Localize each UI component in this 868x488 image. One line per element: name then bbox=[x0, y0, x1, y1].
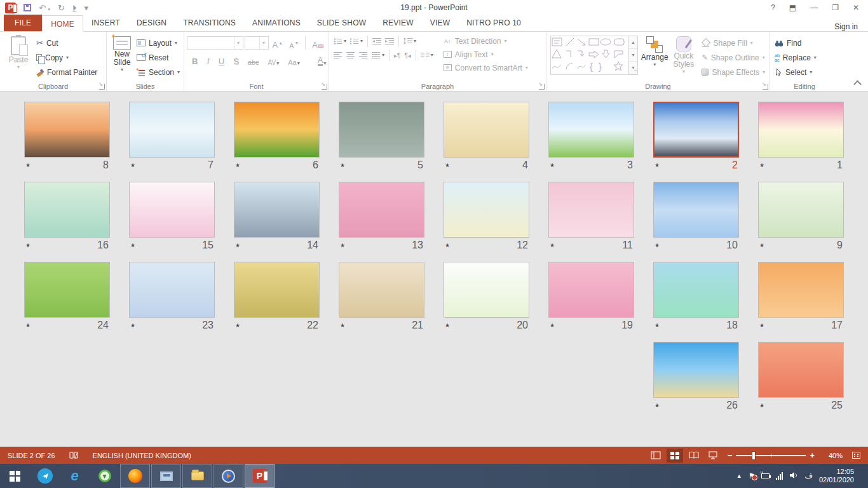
shapes-more-button[interactable]: ▼̲ bbox=[629, 62, 637, 74]
slide-thumbnail-6[interactable] bbox=[234, 102, 320, 158]
slide-thumbnail-8[interactable] bbox=[24, 102, 110, 158]
line-spacing-button[interactable]: ▾ bbox=[402, 34, 418, 48]
redo-button[interactable]: ↻ bbox=[58, 4, 65, 12]
tab-transitions[interactable]: TRANSITIONS bbox=[175, 15, 244, 31]
slide-show-button[interactable] bbox=[705, 449, 721, 463]
clear-formatting-button[interactable]: A bbox=[309, 36, 326, 50]
taskbar-firefox[interactable] bbox=[120, 464, 150, 488]
shape-effects-button[interactable]: Shape Effects▾ bbox=[700, 65, 767, 79]
new-slide-button[interactable]: New Slide▾ bbox=[109, 34, 135, 80]
zoom-slider[interactable]: − + bbox=[728, 451, 815, 460]
slide-thumbnail-22[interactable] bbox=[234, 262, 320, 318]
clipboard-dialog-launcher[interactable] bbox=[99, 84, 105, 90]
font-name-combobox[interactable]: ▾ bbox=[187, 36, 243, 50]
find-button[interactable]: Find bbox=[773, 36, 818, 50]
tab-insert[interactable]: INSERT bbox=[83, 15, 128, 31]
zoom-level[interactable]: 40% bbox=[821, 452, 843, 459]
change-case-button[interactable]: Aa▾ bbox=[285, 52, 302, 66]
network-signal-icon[interactable] bbox=[776, 472, 783, 480]
align-text-button[interactable]: ↕Align Text▾ bbox=[442, 48, 530, 61]
align-right-button[interactable] bbox=[357, 48, 370, 62]
powerpoint-app-icon[interactable]: P bbox=[5, 3, 16, 13]
text-shadow-button[interactable]: S bbox=[231, 52, 241, 66]
slide-thumbnail-25[interactable] bbox=[758, 342, 844, 398]
justify-button[interactable]: ▾ bbox=[370, 48, 386, 62]
italic-button[interactable]: I bbox=[204, 52, 212, 66]
tab-home[interactable]: HOME bbox=[42, 15, 83, 32]
cut-button[interactable]: ✂Cut bbox=[34, 36, 99, 50]
replace-button[interactable]: abac Replace▾ bbox=[773, 50, 818, 65]
start-slideshow-button[interactable]: ⏵̲ bbox=[72, 4, 77, 12]
slide-thumbnail-26[interactable] bbox=[653, 342, 739, 398]
slide-thumbnail-4[interactable] bbox=[444, 102, 529, 158]
slide-thumbnail-18[interactable] bbox=[653, 262, 739, 318]
numbering-button[interactable]: ▾ bbox=[348, 34, 365, 48]
strikethrough-button[interactable]: abc bbox=[245, 52, 262, 66]
character-spacing-button[interactable]: AV▾ bbox=[266, 52, 282, 66]
taskbar-media-player[interactable] bbox=[214, 464, 243, 488]
left-to-right-button[interactable]: ▸¶ bbox=[392, 48, 402, 62]
shape-outline-button[interactable]: ✎Shape Outline▾ bbox=[700, 50, 767, 65]
shapes-scroll-down-button[interactable]: ▼ bbox=[629, 49, 637, 62]
power-icon[interactable] bbox=[761, 473, 770, 478]
bullets-button[interactable]: ▾ bbox=[332, 34, 348, 48]
taskbar-idm[interactable]: ▼ bbox=[90, 464, 119, 488]
slide-thumbnail-13[interactable] bbox=[339, 182, 424, 238]
taskbar-internet-explorer[interactable]: e bbox=[60, 464, 90, 488]
save-button[interactable] bbox=[24, 4, 31, 11]
taskbar-telegram[interactable] bbox=[30, 464, 60, 488]
shapes-gallery[interactable]: { } ▲ ▼ ▼̲ bbox=[550, 36, 638, 75]
align-left-button[interactable] bbox=[332, 48, 344, 62]
taskbar-powerpoint-active[interactable]: P bbox=[245, 464, 275, 488]
action-center-flag-icon[interactable]: ⚑ bbox=[749, 472, 756, 480]
hidden-icons-chevron[interactable]: ▲ bbox=[736, 473, 742, 479]
slide-thumbnail-24[interactable] bbox=[24, 262, 110, 318]
qat-customize-button[interactable]: ▾ bbox=[84, 4, 88, 12]
restore-button[interactable]: ❐ bbox=[832, 4, 839, 11]
slide-thumbnail-11[interactable] bbox=[548, 182, 634, 238]
slide-thumbnail-23[interactable] bbox=[129, 262, 215, 318]
font-color-button[interactable]: A▾ bbox=[315, 52, 329, 66]
tab-review[interactable]: REVIEW bbox=[374, 15, 422, 31]
sign-in-link[interactable]: Sign in bbox=[834, 22, 868, 31]
tab-file[interactable]: FILE bbox=[4, 15, 42, 31]
font-size-combobox[interactable]: ▾ bbox=[245, 36, 269, 50]
spell-check-icon[interactable] bbox=[69, 451, 79, 459]
ribbon-display-options-button[interactable]: ⬒ bbox=[789, 4, 796, 11]
zoom-in-button[interactable]: + bbox=[810, 451, 815, 460]
right-to-left-button[interactable]: ¶◂ bbox=[402, 48, 412, 62]
fit-slide-to-window-button[interactable] bbox=[848, 449, 864, 463]
slide-thumbnail-12[interactable] bbox=[444, 182, 529, 238]
convert-to-smartart-button[interactable]: ≡Convert to SmartArt▾ bbox=[442, 61, 530, 74]
slide-thumbnail-1[interactable] bbox=[758, 102, 844, 158]
slide-thumbnail-10[interactable] bbox=[653, 182, 739, 238]
underline-button[interactable]: U bbox=[216, 52, 227, 66]
drawing-dialog-launcher[interactable] bbox=[763, 84, 768, 90]
slide-sorter-view-button[interactable] bbox=[667, 449, 683, 463]
paste-button[interactable]: Paste▾ bbox=[3, 34, 34, 80]
taskbar-clock[interactable]: 12:05 02/01/2020 bbox=[819, 468, 854, 484]
slide-thumbnail-9[interactable] bbox=[758, 182, 844, 238]
increase-indent-button[interactable] bbox=[383, 34, 396, 48]
input-language-indicator[interactable]: ف bbox=[804, 472, 812, 480]
slide-thumbnail-16[interactable] bbox=[24, 182, 110, 238]
reset-button[interactable]: Reset bbox=[135, 50, 182, 65]
taskbar-remote-desktop[interactable] bbox=[151, 464, 181, 488]
select-button[interactable]: Select▾ bbox=[773, 65, 818, 79]
volume-icon[interactable] bbox=[789, 471, 798, 480]
language-indicator[interactable]: ENGLISH (UNITED KINGDOM) bbox=[93, 452, 191, 459]
tab-nitro-pro[interactable]: NITRO PRO 10 bbox=[458, 15, 529, 31]
tab-design[interactable]: DESIGN bbox=[128, 15, 175, 31]
zoom-out-button[interactable]: − bbox=[728, 451, 733, 460]
bold-button[interactable]: B bbox=[189, 52, 200, 66]
collapse-ribbon-button[interactable] bbox=[853, 80, 862, 88]
help-button[interactable]: ? bbox=[771, 4, 775, 11]
zoom-slider-thumb[interactable] bbox=[752, 451, 756, 460]
font-dialog-launcher[interactable] bbox=[322, 84, 327, 90]
close-button[interactable]: ✕ bbox=[853, 4, 859, 11]
shape-fill-button[interactable]: Shape Fill▾ bbox=[700, 36, 767, 50]
slide-thumbnail-2[interactable] bbox=[653, 102, 739, 158]
slide-thumbnail-21[interactable] bbox=[339, 262, 424, 318]
slide-thumbnail-19[interactable] bbox=[548, 262, 634, 318]
slide-thumbnail-15[interactable] bbox=[129, 182, 215, 238]
